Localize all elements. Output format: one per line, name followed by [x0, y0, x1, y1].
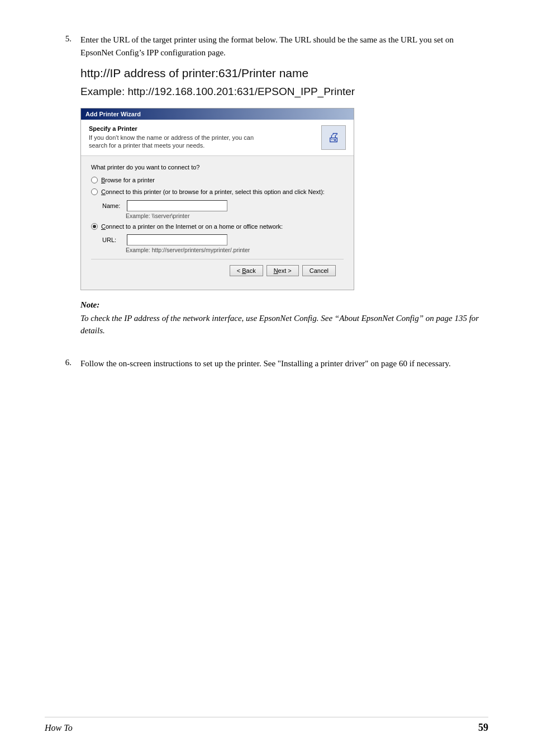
radio-connect-name-input[interactable]	[91, 188, 98, 195]
wizard-titlebar: Add Printer Wizard	[81, 108, 354, 120]
wizard-footer: < Back Next > Cancel	[91, 259, 344, 282]
step-6-text: Follow the on-screen instructions to set…	[80, 357, 488, 370]
wizard-header: Specify a Printer If you don't know the …	[81, 120, 354, 156]
radio-connect-internet[interactable]: Connect to a printer on the Internet or …	[91, 223, 344, 230]
step-5: 5. Enter the URL of the target printer u…	[56, 34, 488, 347]
name-field-row: Name:	[102, 200, 344, 211]
radio-connect-internet-label: Connect to a printer on the Internet or …	[101, 223, 283, 230]
wizard-header-desc: If you don't know the name or address of…	[89, 134, 273, 150]
step-6: 6. Follow the on-screen instructions to …	[56, 357, 488, 376]
printer-icon: 🖨	[321, 125, 346, 150]
back-button[interactable]: < Back	[230, 265, 263, 276]
footer-section-label: How To	[45, 723, 73, 733]
url-input[interactable]	[127, 234, 227, 245]
url-format: http://IP address of printer:631/Printer…	[80, 67, 488, 80]
radio-connect-name[interactable]: Connect to this printer (or to browse fo…	[91, 188, 344, 196]
add-printer-wizard-dialog: Add Printer Wizard Specify a Printer If …	[80, 108, 354, 290]
radio-browse-label: Browse for a printer	[101, 176, 155, 184]
cancel-button[interactable]: Cancel	[302, 265, 336, 276]
note-section: Note: To check the IP address of the net…	[80, 300, 488, 337]
step-5-number: 5.	[56, 34, 72, 347]
radio-connect-name-label: Connect to this printer (or to browse fo…	[101, 188, 325, 196]
wizard-content: What printer do you want to connect to? …	[81, 156, 354, 290]
name-input[interactable]	[127, 200, 227, 211]
step-5-text: Enter the URL of the target printer usin…	[80, 34, 488, 59]
page-footer: How To 59	[45, 717, 488, 734]
footer-page-number: 59	[478, 722, 488, 734]
radio-connect-internet-input[interactable]	[91, 223, 98, 230]
url-field-row: URL:	[102, 234, 344, 245]
url-example: Example: http://192.168.100.201:631/EPSO…	[80, 86, 488, 98]
radio-browse-input[interactable]	[91, 177, 98, 183]
wizard-question: What printer do you want to connect to?	[91, 164, 344, 171]
name-example: Example: \\server\printer	[126, 212, 344, 219]
url-field-example: Example: http://server/printers/myprinte…	[126, 247, 344, 253]
wizard-header-title: Specify a Printer	[89, 125, 321, 132]
url-field-label: URL:	[102, 237, 122, 243]
next-button[interactable]: Next >	[266, 265, 299, 276]
note-title: Note:	[80, 300, 488, 310]
note-text: To check the IP address of the network i…	[80, 312, 488, 337]
radio-browse[interactable]: Browse for a printer	[91, 176, 344, 184]
wizard-title: Add Printer Wizard	[85, 111, 141, 117]
step-6-number: 6.	[56, 357, 72, 376]
name-field-label: Name:	[102, 202, 122, 209]
